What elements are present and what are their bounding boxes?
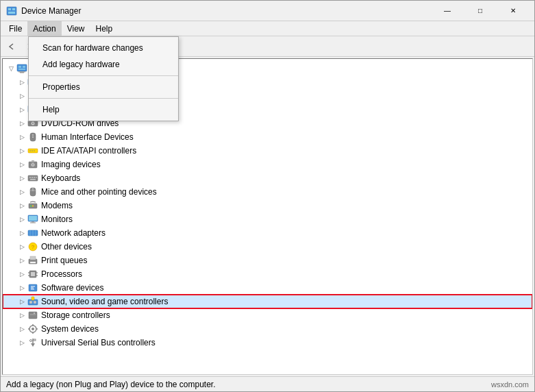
status-bar: Add a legacy (non Plug and Play) device … bbox=[1, 376, 534, 391]
keyboards-expand[interactable]: ▷ bbox=[16, 173, 27, 184]
tree-item-hid[interactable]: ▷ Human Interface Devices bbox=[3, 130, 532, 144]
imaging-expand[interactable]: ▷ bbox=[16, 159, 27, 170]
system-expand[interactable]: ▷ bbox=[16, 323, 27, 334]
modems-expand[interactable]: ▷ bbox=[16, 200, 27, 211]
close-button[interactable]: ✕ bbox=[497, 1, 529, 21]
imaging-label: Imaging devices bbox=[41, 160, 101, 169]
network-icon bbox=[27, 228, 38, 238]
monitors-label: Monitors bbox=[41, 215, 73, 224]
menu-file[interactable]: File bbox=[3, 21, 27, 36]
svg-rect-91 bbox=[34, 339, 36, 341]
toolbar-back-btn[interactable] bbox=[3, 38, 20, 55]
monitors-expand[interactable]: ▷ bbox=[16, 214, 27, 225]
disk-expand[interactable]: ▷ bbox=[16, 90, 27, 101]
tree-item-software[interactable]: ▷ Software devices bbox=[3, 281, 532, 295]
dropdown-scan[interactable]: Scan for hardware changes bbox=[29, 40, 178, 56]
maximize-button[interactable]: □ bbox=[464, 1, 496, 21]
usb-expand[interactable]: ▷ bbox=[16, 337, 27, 348]
svg-rect-3 bbox=[8, 12, 15, 14]
tree-item-imaging[interactable]: ▷ Imaging devices bbox=[3, 158, 532, 171]
software-expand[interactable]: ▷ bbox=[16, 282, 27, 293]
display-expand[interactable]: ▷ bbox=[16, 104, 27, 115]
other-icon: ? bbox=[27, 241, 38, 252]
svg-rect-44 bbox=[32, 177, 33, 178]
svg-rect-18 bbox=[18, 71, 25, 73]
title-bar: Device Manager — □ ✕ bbox=[1, 1, 534, 21]
sound-icon bbox=[27, 296, 38, 307]
tree-item-monitors[interactable]: ▷ Monitors bbox=[3, 212, 532, 226]
svg-point-33 bbox=[32, 136, 34, 138]
tree-item-other[interactable]: ▷ ? Other devices bbox=[3, 240, 532, 254]
menu-view[interactable]: View bbox=[62, 21, 90, 36]
tree-item-ide[interactable]: ▷ IDE ATA/ATAPI controllers bbox=[3, 144, 532, 158]
imaging-icon bbox=[27, 159, 38, 170]
tree-item-processors[interactable]: ▷ Processors bbox=[3, 267, 532, 281]
menu-bar: File Action View Help Scan for hardware … bbox=[1, 21, 534, 36]
tree-item-system[interactable]: ▷ System devices bbox=[3, 322, 532, 336]
minimize-button[interactable]: — bbox=[432, 1, 463, 21]
storage-expand[interactable]: ▷ bbox=[16, 310, 27, 321]
svg-rect-55 bbox=[29, 216, 37, 221]
modems-icon bbox=[27, 200, 38, 211]
menu-help[interactable]: Help bbox=[90, 21, 119, 36]
hid-expand[interactable]: ▷ bbox=[16, 132, 27, 143]
svg-rect-14 bbox=[18, 66, 21, 68]
tree-item-network[interactable]: ▷ Network adapters bbox=[3, 226, 532, 240]
status-message: Add a legacy (non Plug and Play) device … bbox=[6, 380, 216, 389]
svg-point-79 bbox=[34, 301, 36, 304]
svg-rect-65 bbox=[30, 256, 36, 260]
svg-point-85 bbox=[32, 328, 34, 330]
svg-point-83 bbox=[34, 313, 35, 314]
svg-rect-46 bbox=[36, 177, 37, 178]
mice-expand[interactable]: ▷ bbox=[16, 186, 27, 197]
tree-item-print-queues[interactable]: ▷ Print queues bbox=[3, 254, 532, 267]
ide-label: IDE ATA/ATAPI controllers bbox=[41, 146, 136, 156]
svg-rect-15 bbox=[23, 66, 25, 68]
svg-rect-80 bbox=[32, 297, 34, 300]
processors-label: Processors bbox=[41, 269, 82, 279]
svg-rect-47 bbox=[30, 179, 36, 180]
dropdown-properties[interactable]: Properties bbox=[29, 79, 178, 95]
ide-icon bbox=[27, 145, 38, 156]
tree-item-modems[interactable]: ▷ Modems bbox=[3, 199, 532, 212]
tree-item-sound[interactable]: ▷ Sound, video and game controllers bbox=[3, 295, 532, 308]
dropdown-help[interactable]: Help bbox=[29, 101, 178, 118]
svg-rect-34 bbox=[28, 149, 38, 153]
processors-expand[interactable]: ▷ bbox=[16, 269, 27, 280]
svg-rect-1 bbox=[8, 8, 11, 10]
tree-item-keyboards[interactable]: ▷ Keyboards bbox=[3, 171, 532, 185]
svg-rect-41 bbox=[32, 160, 34, 162]
modems-label: Modems bbox=[41, 201, 73, 210]
hid-icon bbox=[27, 132, 38, 143]
other-label: Other devices bbox=[41, 242, 92, 252]
mice-icon bbox=[27, 186, 38, 197]
other-expand[interactable]: ▷ bbox=[16, 241, 27, 252]
tree-item-storage[interactable]: ▷ Storage controllers bbox=[3, 308, 532, 322]
ide-expand[interactable]: ▷ bbox=[16, 145, 27, 156]
system-label: System devices bbox=[41, 324, 99, 334]
storage-label: Storage controllers bbox=[41, 310, 110, 320]
storage-icon bbox=[27, 310, 38, 321]
sound-expand[interactable]: ▷ bbox=[16, 296, 27, 307]
svg-rect-42 bbox=[28, 175, 38, 181]
print-expand[interactable]: ▷ bbox=[16, 255, 27, 266]
dropdown-add-legacy[interactable]: Add legacy hardware bbox=[29, 56, 178, 73]
svg-rect-66 bbox=[30, 262, 36, 263]
root-icon bbox=[16, 63, 27, 74]
root-expand[interactable]: ▽ bbox=[5, 63, 16, 74]
network-expand[interactable]: ▷ bbox=[16, 228, 27, 238]
print-label: Print queues bbox=[41, 256, 87, 265]
keyboards-label: Keyboards bbox=[41, 173, 80, 183]
svg-rect-57 bbox=[30, 223, 36, 223]
tree-item-mice[interactable]: ▷ Mice and other pointing devices bbox=[3, 185, 532, 199]
svg-point-52 bbox=[30, 206, 32, 207]
window-title: Device Manager bbox=[21, 6, 432, 16]
dvd-expand[interactable]: ▷ bbox=[16, 118, 27, 129]
tree-item-usb[interactable]: ▷ Universal Serial Bus controllers bbox=[3, 336, 532, 350]
computer-expand[interactable]: ▷ bbox=[16, 77, 27, 88]
usb-icon bbox=[27, 337, 38, 348]
svg-rect-2 bbox=[12, 8, 15, 10]
hid-label: Human Interface Devices bbox=[41, 132, 134, 142]
menu-action[interactable]: Action bbox=[27, 21, 61, 36]
software-label: Software devices bbox=[41, 283, 103, 293]
